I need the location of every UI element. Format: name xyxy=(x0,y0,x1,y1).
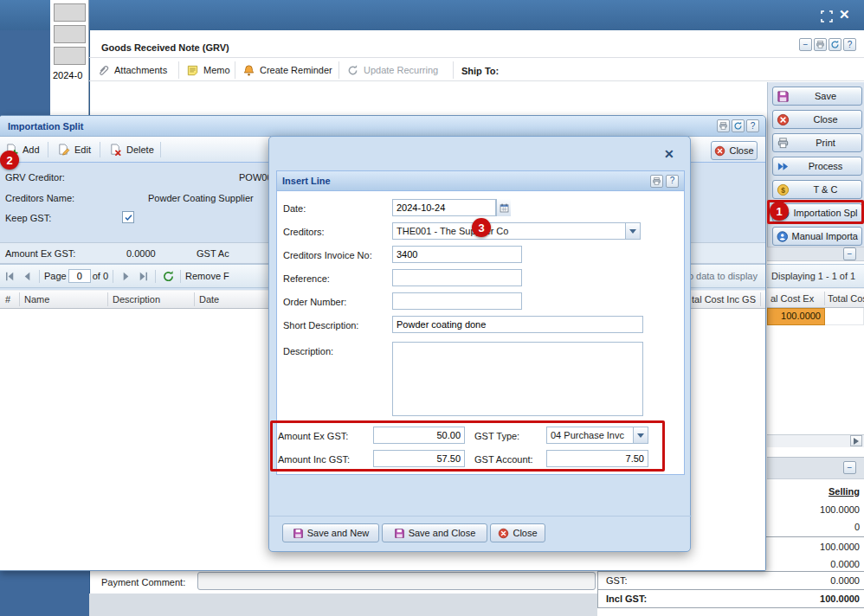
annotation-box-amounts xyxy=(270,420,665,472)
description-label: Description: xyxy=(283,344,333,358)
creditors-name-value: Powder Coating Supplier xyxy=(148,191,254,205)
pager-next-button[interactable] xyxy=(118,268,133,284)
printer-icon xyxy=(777,137,790,150)
dialog-close-button-label: Close xyxy=(729,145,753,156)
print-button[interactable]: Print xyxy=(772,133,862,152)
dialog-close-button[interactable]: Close xyxy=(711,141,758,160)
close-circle-icon xyxy=(777,113,790,126)
delete-button[interactable]: Delete xyxy=(105,140,158,159)
date-input[interactable] xyxy=(392,199,496,216)
pager-refresh-button[interactable] xyxy=(160,268,176,284)
manual-import-button[interactable]: Manual Importa xyxy=(772,227,862,246)
attachments-button[interactable]: Attachments xyxy=(97,61,167,80)
column-total-cost-inc-partial[interactable]: tal Cost Inc GS xyxy=(692,292,759,306)
save-and-close-label: Save and Close xyxy=(409,528,476,538)
payment-comment-input[interactable] xyxy=(197,572,596,590)
save-button[interactable]: Save xyxy=(772,87,862,106)
process-button-label: Process xyxy=(793,161,858,171)
create-reminder-button[interactable]: Create Reminder xyxy=(242,61,332,80)
scroll-right-button[interactable] xyxy=(850,435,862,446)
modal-close-icon[interactable]: ✕ xyxy=(664,147,674,161)
delete-document-icon xyxy=(109,144,122,157)
close-window-icon[interactable]: ✕ xyxy=(839,7,850,22)
keep-gst-checkbox[interactable] xyxy=(122,211,134,223)
chevron-down-icon[interactable] xyxy=(625,223,640,239)
creditors-invoice-label: Creditors Invoice No: xyxy=(283,248,372,262)
help-icon[interactable]: ? xyxy=(843,38,856,51)
add-button-label: Add xyxy=(23,144,40,155)
divider xyxy=(178,61,179,79)
save-and-new-button[interactable]: Save and New xyxy=(282,523,379,542)
bell-icon xyxy=(242,64,255,77)
modal-close-button[interactable]: Close xyxy=(490,523,545,542)
restore-window-icon[interactable] xyxy=(820,10,834,23)
column-number[interactable]: # xyxy=(5,292,10,306)
close-button[interactable]: Close xyxy=(772,110,862,129)
save-icon xyxy=(394,528,405,539)
divider xyxy=(597,571,864,572)
close-button-label: Close xyxy=(793,114,858,125)
right-arrow-icon xyxy=(854,438,862,445)
gst-total-value: 0.0000 xyxy=(830,574,860,587)
totals-value: 100.0000 xyxy=(820,540,860,554)
short-description-input[interactable] xyxy=(392,316,643,333)
help-icon[interactable]: ? xyxy=(666,175,679,188)
totals-value: 0.0000 xyxy=(830,557,860,571)
creditors-invoice-input[interactable] xyxy=(392,246,522,263)
process-button[interactable]: Process xyxy=(772,157,862,176)
short-description-label: Short Description: xyxy=(283,318,358,332)
help-icon[interactable]: ? xyxy=(746,119,759,132)
save-and-close-button[interactable]: Save and Close xyxy=(382,523,487,542)
divider xyxy=(453,61,454,79)
reference-input[interactable] xyxy=(392,269,522,286)
importation-split-titlebar[interactable] xyxy=(0,116,765,137)
remove-filter-button[interactable]: Remove F xyxy=(185,271,229,281)
create-reminder-label: Create Reminder xyxy=(260,65,332,75)
grv-grid-cell[interactable] xyxy=(825,308,864,325)
amount-ex-gst-label: Amount Ex GST: xyxy=(5,247,75,260)
pager-prev-button[interactable] xyxy=(19,268,35,284)
coin-icon xyxy=(777,183,790,196)
grv-pager-display-message: Displaying 1 - 1 of 1 xyxy=(770,271,855,281)
divider xyxy=(107,292,108,306)
grv-column-total-cost-inc[interactable]: Total Cos xyxy=(828,292,864,305)
edit-button[interactable]: Edit xyxy=(53,140,95,159)
collapse-icon[interactable]: − xyxy=(843,247,856,260)
pager-page-input[interactable] xyxy=(68,269,91,283)
divider xyxy=(824,292,825,305)
date-label: Date: xyxy=(283,202,306,215)
print-icon[interactable] xyxy=(717,119,730,132)
refresh-icon[interactable] xyxy=(732,119,745,132)
refresh-icon[interactable] xyxy=(829,38,841,51)
divider xyxy=(100,142,100,157)
annotation-step-3: 3 xyxy=(472,218,491,237)
column-description[interactable]: Description xyxy=(113,292,160,306)
pager-first-button[interactable] xyxy=(2,268,17,284)
creditors-combo[interactable]: THE001 - The Supplier Co xyxy=(392,222,641,240)
pager-of-label: of 0 xyxy=(93,271,108,281)
person-icon xyxy=(777,230,789,243)
print-icon[interactable] xyxy=(814,38,827,51)
divider xyxy=(597,589,864,590)
column-name[interactable]: Name xyxy=(24,292,49,306)
description-textarea[interactable] xyxy=(392,342,643,416)
checkmark-icon xyxy=(124,213,133,222)
grv-column-total-cost-ex[interactable]: al Cost Ex xyxy=(771,292,814,305)
pager-last-button[interactable] xyxy=(135,268,151,284)
collapse-icon[interactable]: − xyxy=(843,461,856,474)
save-icon xyxy=(777,90,790,103)
order-number-input[interactable] xyxy=(392,292,522,310)
save-icon xyxy=(293,528,304,539)
calendar-icon[interactable] xyxy=(496,199,511,216)
grv-grid-selected-cell[interactable]: 100.0000 xyxy=(767,308,825,325)
minimize-icon[interactable]: − xyxy=(799,38,812,51)
memo-button[interactable]: Memo xyxy=(186,61,230,80)
insert-line-titlebar[interactable]: Insert Line ? xyxy=(276,170,685,191)
print-icon[interactable] xyxy=(650,175,663,188)
order-number-label: Order Number: xyxy=(283,295,346,309)
app-titlebar[interactable] xyxy=(0,0,864,30)
column-date[interactable]: Date xyxy=(199,292,219,306)
divider xyxy=(89,80,864,81)
background-grid-cell xyxy=(54,47,86,65)
terms-button[interactable]: T & C xyxy=(772,180,862,199)
